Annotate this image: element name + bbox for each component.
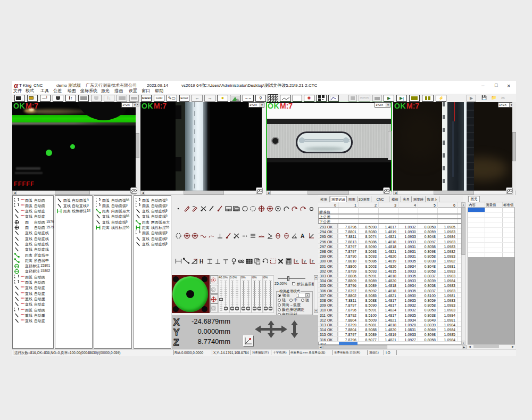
svg-text:A: A: [301, 233, 304, 239]
svg-text:H: H: [200, 259, 203, 265]
svg-text:y: y: [304, 259, 306, 263]
svg-text:z: z: [312, 259, 314, 263]
svg-text:x: x: [296, 259, 298, 263]
